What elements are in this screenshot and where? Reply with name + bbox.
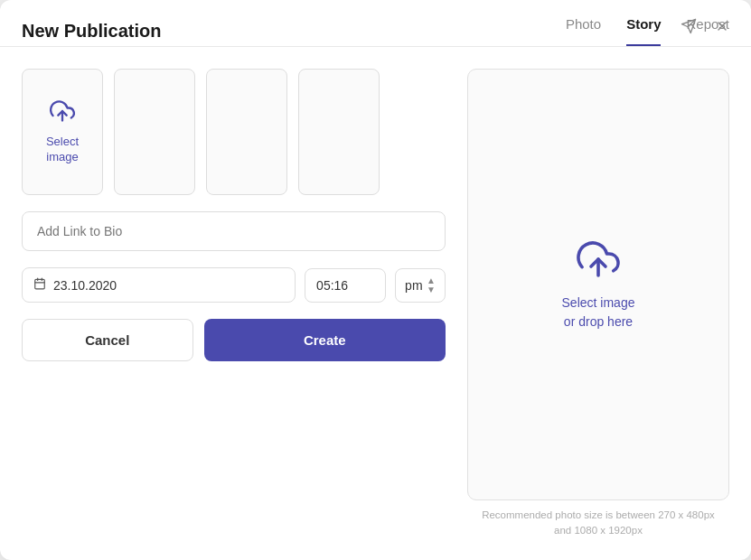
calendar-icon [33, 277, 46, 293]
modal-header: New Publication Photo Story Repost [0, 0, 751, 47]
right-panel: Select imageor drop here Recommended pho… [467, 69, 729, 538]
time-input-wrap [305, 268, 386, 303]
ampm-select[interactable]: am pm [405, 278, 423, 293]
tab-story[interactable]: Story [626, 16, 661, 46]
drop-zone[interactable]: Select imageor drop here [467, 69, 729, 500]
image-slot-1[interactable] [114, 69, 195, 195]
tab-photo[interactable]: Photo [566, 16, 601, 46]
ampm-select-wrap: am pm ▲ ▼ [395, 268, 446, 303]
date-input-wrap [22, 267, 296, 303]
upload-icon [50, 98, 75, 127]
cancel-button[interactable]: Cancel [22, 319, 193, 361]
image-slot-0[interactable]: Selectimage [22, 69, 103, 195]
drop-upload-icon [577, 238, 620, 285]
time-input[interactable] [316, 278, 374, 293]
buttons-row: Cancel Create [22, 319, 446, 361]
close-button[interactable] [711, 15, 733, 37]
new-publication-modal: New Publication Photo Story Repost [0, 0, 751, 560]
recommendation-text: Recommended photo size is between 270 x … [467, 508, 729, 539]
select-image-label: Selectimage [46, 135, 79, 165]
ampm-arrows: ▲ ▼ [427, 276, 436, 294]
image-slots: Selectimage [22, 69, 446, 195]
image-slot-3[interactable] [298, 69, 380, 195]
modal-title: New Publication [22, 21, 161, 42]
date-input[interactable] [53, 278, 284, 293]
datetime-row: am pm ▲ ▼ [22, 267, 446, 303]
drop-zone-label: Select imageor drop here [562, 294, 635, 331]
link-to-bio-input[interactable] [22, 211, 446, 251]
create-button[interactable]: Create [204, 319, 446, 361]
modal-body: Selectimage [0, 47, 751, 560]
modal-header-actions [677, 14, 733, 38]
svg-rect-5 [35, 279, 45, 289]
left-panel: Selectimage [22, 69, 446, 538]
share-button[interactable] [677, 14, 700, 38]
image-slot-2[interactable] [206, 69, 287, 195]
